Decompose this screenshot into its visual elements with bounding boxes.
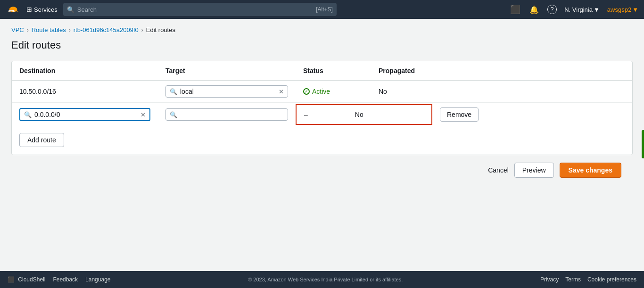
add-route-section: Add route [12, 126, 632, 155]
target-search-icon-1: 🔍 [170, 88, 177, 95]
top-navigation: aws ⊞ Services 🔍 [Alt+S] ⬛ 🔔 ? N. Virgin… [0, 0, 644, 19]
cloudshell-icon[interactable]: ⬛ [510, 4, 521, 15]
preview-button[interactable]: Preview [514, 163, 554, 178]
action-cell-2: Remove [432, 103, 632, 127]
col-header-status: Status [296, 61, 371, 81]
propagated-value-1: No [379, 88, 387, 95]
breadcrumb-sep-3: › [141, 27, 143, 33]
col-header-propagated: Propagated [371, 61, 432, 81]
target-cell-1: 🔍 ✕ [158, 81, 296, 103]
save-changes-button[interactable]: Save changes [560, 163, 621, 178]
search-icon: 🔍 [67, 6, 74, 13]
routes-table-card: Destination Target Status Propagated 10.… [11, 61, 633, 155]
action-cell-1 [432, 81, 632, 103]
cancel-button[interactable]: Cancel [488, 166, 509, 174]
target-cell-2: 🔍 [158, 103, 296, 127]
right-scroll-indicator [642, 130, 644, 158]
col-header-target: Target [158, 61, 296, 81]
svg-text:aws: aws [8, 9, 15, 12]
action-bar: Cancel Preview Save changes [11, 155, 633, 185]
status-badge-active: Active [303, 88, 363, 95]
routes-table: Destination Target Status Propagated 10.… [12, 61, 632, 126]
add-route-button[interactable]: Add route [19, 133, 64, 147]
target-input-1[interactable] [180, 88, 276, 95]
table-row: 🔍 ✕ 🔍 [12, 103, 632, 127]
account-menu[interactable]: awsgsp2 ▼ [607, 6, 638, 13]
breadcrumb-rtb-id[interactable]: rtb-061d96c145a2009f0 [74, 26, 139, 33]
search-bar[interactable]: 🔍 [Alt+S] [63, 3, 337, 16]
table-row: 10.50.0.0/16 🔍 ✕ Active [12, 81, 632, 103]
status-active-label: Active [312, 88, 330, 95]
breadcrumb: VPC › Route tables › rtb-061d96c145a2009… [11, 26, 633, 33]
status-dot-active [303, 88, 310, 95]
breadcrumb-current: Edit routes [146, 26, 175, 33]
dest-cell-1: 10.50.0.0/16 [12, 81, 158, 103]
breadcrumb-route-tables[interactable]: Route tables [32, 26, 66, 33]
propagated-value-2: No [355, 111, 363, 118]
breadcrumb-sep-1: › [27, 27, 29, 33]
red-border-group: – No [296, 104, 432, 125]
nav-right: ⬛ 🔔 ? N. Virginia ▼ awsgsp2 ▼ [510, 4, 638, 15]
breadcrumb-vpc[interactable]: VPC [11, 26, 24, 33]
search-input[interactable] [77, 6, 313, 13]
propagated-cell-1: No [371, 81, 432, 103]
breadcrumb-sep-2: › [69, 27, 71, 33]
search-shortcut: [Alt+S] [316, 6, 333, 13]
services-menu-button[interactable]: ⊞ Services [26, 6, 58, 13]
notifications-icon[interactable]: 🔔 [528, 4, 540, 15]
dest-input-wrap-2[interactable]: 🔍 ✕ [19, 108, 150, 121]
target-input-wrap-1[interactable]: 🔍 ✕ [165, 85, 288, 98]
dest-input-2[interactable] [34, 111, 138, 118]
help-icon[interactable]: ? [547, 5, 557, 14]
col-header-action [432, 61, 632, 81]
dest-value-1: 10.50.0.0/16 [19, 88, 56, 95]
status-dash: – [304, 111, 308, 118]
remove-button[interactable]: Remove [440, 107, 479, 122]
dest-clear-icon-2[interactable]: ✕ [140, 111, 146, 118]
target-search-icon-2: 🔍 [170, 111, 177, 118]
page-title: Edit routes [11, 39, 633, 51]
target-input-2[interactable] [180, 111, 284, 118]
target-clear-icon-1[interactable]: ✕ [279, 88, 284, 95]
status-cell-1: Active [296, 81, 371, 103]
region-selector[interactable]: N. Virginia ▼ [564, 6, 600, 13]
dest-cell-2: 🔍 ✕ [12, 103, 158, 127]
aws-logo[interactable]: aws [6, 4, 21, 15]
status-propagated-group-cell: – No [296, 103, 432, 127]
target-input-wrap-2[interactable]: 🔍 [165, 108, 288, 121]
dest-search-icon-2: 🔍 [24, 111, 32, 118]
col-header-destination: Destination [12, 61, 158, 81]
services-label: Services [34, 6, 58, 13]
main-content: VPC › Route tables › rtb-061d96c145a2009… [0, 19, 644, 271]
